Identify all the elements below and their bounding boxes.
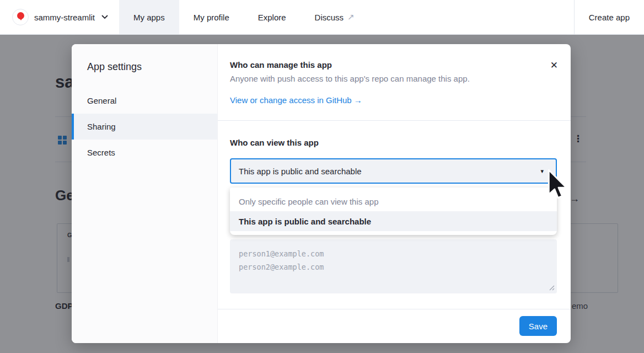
settings-sidebar: App settings General Sharing Secrets <box>72 44 218 343</box>
dropdown-option-specific-people[interactable]: Only specific people can view this app <box>230 191 557 211</box>
selected-option-label: This app is public and searchable <box>239 167 362 176</box>
viewer-access-dropdown: Only specific people can view this app T… <box>230 188 557 235</box>
tab-explore[interactable]: Explore <box>244 0 300 34</box>
app-settings-dialog: App settings General Sharing Secrets ✕ W… <box>72 44 571 343</box>
chevron-down-icon <box>101 15 108 19</box>
workspace-switcher[interactable]: sammy-streamlit <box>0 0 119 34</box>
sidebar-item-secrets[interactable]: Secrets <box>72 140 217 165</box>
dialog-title: App settings <box>72 44 217 88</box>
workspace-name: sammy-streamlit <box>34 13 95 22</box>
viewer-access-select[interactable]: This app is public and searchable ▾ <box>230 158 557 184</box>
tab-discuss[interactable]: Discuss ↗ <box>300 0 369 34</box>
manage-section-heading: Who can manage this app <box>230 44 557 69</box>
sharing-panel: ✕ Who can manage this app Anyone with pu… <box>218 44 571 343</box>
top-navbar: sammy-streamlit My apps My profile Explo… <box>0 0 644 35</box>
streamlit-balloon-logo <box>12 9 29 25</box>
tab-my-apps[interactable]: My apps <box>119 0 179 34</box>
external-link-icon: ↗ <box>347 12 355 22</box>
create-app-button[interactable]: Create app <box>574 0 644 34</box>
tab-my-profile[interactable]: My profile <box>179 0 244 34</box>
sidebar-item-sharing[interactable]: Sharing <box>72 114 217 140</box>
nav-tabs: My apps My profile Explore Discuss ↗ <box>119 0 369 34</box>
github-access-link[interactable]: View or change access in GitHub → <box>230 95 362 105</box>
save-button[interactable]: Save <box>519 316 557 336</box>
view-section-heading: Who can view this app <box>230 121 557 147</box>
sidebar-item-general[interactable]: General <box>72 88 217 114</box>
manage-section-description: Anyone with push access to this app's re… <box>230 74 557 83</box>
dropdown-option-public-searchable[interactable]: This app is public and searchable <box>230 211 557 231</box>
close-icon[interactable]: ✕ <box>550 61 558 70</box>
viewer-emails-input[interactable] <box>230 239 557 293</box>
caret-down-icon: ▾ <box>540 168 544 175</box>
